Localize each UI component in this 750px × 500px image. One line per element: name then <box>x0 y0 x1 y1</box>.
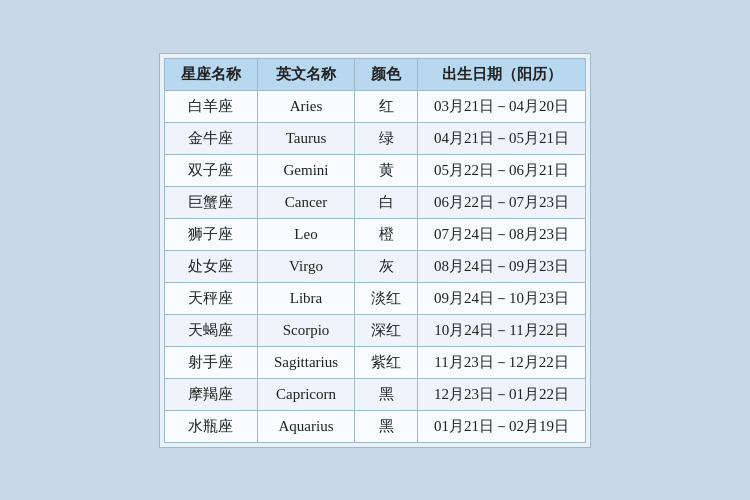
table-row: 天蝎座Scorpio深红10月24日－11月22日 <box>164 314 585 346</box>
cell-english-name: Gemini <box>257 154 354 186</box>
cell-color: 黑 <box>355 378 418 410</box>
cell-color: 黑 <box>355 410 418 442</box>
cell-dates: 05月22日－06月21日 <box>418 154 586 186</box>
cell-chinese-name: 水瓶座 <box>164 410 257 442</box>
cell-dates: 09月24日－10月23日 <box>418 282 586 314</box>
table-body: 白羊座Aries红03月21日－04月20日金牛座Taurus绿04月21日－0… <box>164 90 585 442</box>
header-english-name: 英文名称 <box>257 58 354 90</box>
cell-chinese-name: 双子座 <box>164 154 257 186</box>
cell-color: 淡红 <box>355 282 418 314</box>
cell-chinese-name: 狮子座 <box>164 218 257 250</box>
cell-english-name: Taurus <box>257 122 354 154</box>
cell-dates: 06月22日－07月23日 <box>418 186 586 218</box>
cell-color: 红 <box>355 90 418 122</box>
cell-color: 橙 <box>355 218 418 250</box>
cell-dates: 12月23日－01月22日 <box>418 378 586 410</box>
cell-dates: 01月21日－02月19日 <box>418 410 586 442</box>
table-header-row: 星座名称 英文名称 颜色 出生日期（阳历） <box>164 58 585 90</box>
cell-chinese-name: 摩羯座 <box>164 378 257 410</box>
cell-color: 深红 <box>355 314 418 346</box>
cell-color: 黄 <box>355 154 418 186</box>
header-chinese-name: 星座名称 <box>164 58 257 90</box>
cell-english-name: Virgo <box>257 250 354 282</box>
table-row: 金牛座Taurus绿04月21日－05月21日 <box>164 122 585 154</box>
cell-chinese-name: 天蝎座 <box>164 314 257 346</box>
cell-dates: 08月24日－09月23日 <box>418 250 586 282</box>
cell-dates: 07月24日－08月23日 <box>418 218 586 250</box>
cell-english-name: Scorpio <box>257 314 354 346</box>
cell-chinese-name: 白羊座 <box>164 90 257 122</box>
cell-chinese-name: 射手座 <box>164 346 257 378</box>
cell-english-name: Sagittarius <box>257 346 354 378</box>
table-row: 水瓶座Aquarius黑01月21日－02月19日 <box>164 410 585 442</box>
table-row: 摩羯座Capricorn黑12月23日－01月22日 <box>164 378 585 410</box>
cell-dates: 04月21日－05月21日 <box>418 122 586 154</box>
cell-dates: 11月23日－12月22日 <box>418 346 586 378</box>
table-row: 射手座Sagittarius紫红11月23日－12月22日 <box>164 346 585 378</box>
cell-english-name: Cancer <box>257 186 354 218</box>
header-color: 颜色 <box>355 58 418 90</box>
cell-color: 灰 <box>355 250 418 282</box>
cell-dates: 03月21日－04月20日 <box>418 90 586 122</box>
cell-chinese-name: 处女座 <box>164 250 257 282</box>
table-row: 巨蟹座Cancer白06月22日－07月23日 <box>164 186 585 218</box>
cell-english-name: Libra <box>257 282 354 314</box>
cell-color: 紫红 <box>355 346 418 378</box>
cell-english-name: Aries <box>257 90 354 122</box>
zodiac-table: 星座名称 英文名称 颜色 出生日期（阳历） 白羊座Aries红03月21日－04… <box>164 58 586 443</box>
cell-chinese-name: 巨蟹座 <box>164 186 257 218</box>
table-row: 白羊座Aries红03月21日－04月20日 <box>164 90 585 122</box>
table-row: 双子座Gemini黄05月22日－06月21日 <box>164 154 585 186</box>
cell-color: 绿 <box>355 122 418 154</box>
zodiac-table-container: 星座名称 英文名称 颜色 出生日期（阳历） 白羊座Aries红03月21日－04… <box>159 53 591 448</box>
cell-dates: 10月24日－11月22日 <box>418 314 586 346</box>
cell-english-name: Capricorn <box>257 378 354 410</box>
cell-chinese-name: 天秤座 <box>164 282 257 314</box>
cell-english-name: Leo <box>257 218 354 250</box>
cell-english-name: Aquarius <box>257 410 354 442</box>
table-row: 天秤座Libra淡红09月24日－10月23日 <box>164 282 585 314</box>
cell-chinese-name: 金牛座 <box>164 122 257 154</box>
table-row: 狮子座Leo橙07月24日－08月23日 <box>164 218 585 250</box>
cell-color: 白 <box>355 186 418 218</box>
header-dates: 出生日期（阳历） <box>418 58 586 90</box>
table-row: 处女座Virgo灰08月24日－09月23日 <box>164 250 585 282</box>
